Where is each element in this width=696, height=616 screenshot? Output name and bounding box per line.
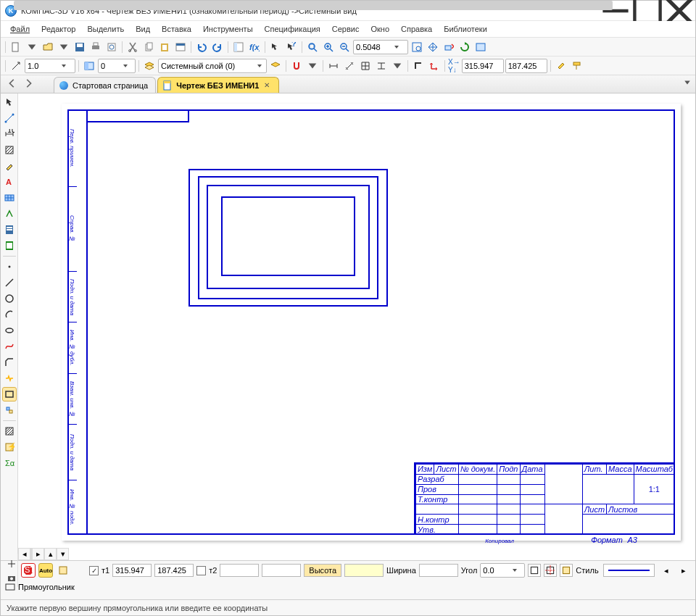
menu-help[interactable]: Справка (396, 23, 437, 35)
scroll-down-button[interactable]: ▾ (57, 548, 69, 560)
angle-input[interactable] (483, 565, 509, 576)
menu-spec[interactable]: Спецификация (260, 23, 326, 35)
tab-close-button[interactable]: ✕ (262, 81, 271, 89)
redo-button[interactable] (210, 40, 225, 54)
width-input[interactable] (419, 564, 458, 577)
chevron-down-icon[interactable] (392, 44, 401, 50)
views-button[interactable] (82, 59, 96, 73)
assembly-tool[interactable] (2, 403, 17, 417)
tab-scroll-right[interactable] (21, 76, 36, 91)
menu-view[interactable]: Вид (130, 23, 155, 35)
text-tool[interactable]: A (2, 175, 17, 189)
menu-tools[interactable]: Инструменты (198, 23, 258, 35)
layer-manager-button[interactable] (268, 59, 283, 73)
menu-insert[interactable]: Вставка (157, 23, 196, 35)
scale-input[interactable] (28, 60, 58, 72)
scale-combo[interactable] (25, 59, 75, 73)
arrow-tool[interactable] (268, 40, 283, 54)
t2-x-input[interactable] (220, 564, 259, 577)
zoom-window-button[interactable] (410, 40, 424, 54)
new-button[interactable] (9, 40, 23, 54)
tab-start-page[interactable]: Стартовая страница (54, 77, 156, 93)
input-mode-button[interactable] (56, 563, 70, 578)
chevron-down-icon[interactable] (255, 63, 264, 69)
coord-x-input[interactable] (465, 60, 501, 72)
circle-tool[interactable] (2, 291, 17, 306)
display-mode-button[interactable] (473, 40, 488, 54)
scroll-left-small[interactable]: ◂ (659, 563, 674, 578)
paste-button[interactable] (157, 40, 172, 54)
coords-dropdown[interactable] (390, 59, 405, 73)
point-tool[interactable] (2, 259, 17, 274)
coord-y-input[interactable] (508, 60, 544, 72)
sketch-geom-tool[interactable] (2, 111, 17, 125)
scroll-left-button[interactable]: ◂ (18, 548, 30, 560)
properties-button[interactable] (173, 40, 188, 54)
roller-button[interactable] (570, 59, 584, 73)
poly-off-button[interactable] (560, 564, 573, 577)
zoom-fit-button[interactable] (305, 40, 320, 54)
coord-y-field[interactable] (505, 59, 547, 73)
zoom-out-button[interactable] (337, 40, 352, 54)
stop-button[interactable]: STOP (21, 563, 36, 578)
spec-tool[interactable] (2, 222, 17, 237)
redraw-button[interactable] (457, 40, 472, 54)
scroll-right-small[interactable]: ▸ (676, 563, 691, 578)
axis-off-button[interactable] (528, 564, 541, 577)
pan-button[interactable] (426, 40, 440, 54)
zoom-input[interactable] (356, 41, 391, 53)
table-tool[interactable] (2, 191, 17, 205)
variables-button[interactable]: f(x) (247, 40, 262, 54)
zoom-combo[interactable] (353, 40, 408, 54)
grid-button[interactable] (358, 59, 373, 73)
open-button[interactable] (41, 40, 55, 54)
break-tool[interactable] (2, 371, 17, 386)
snap-button[interactable] (289, 59, 304, 73)
menu-editor[interactable]: Редактор (36, 23, 80, 35)
menu-service[interactable]: Сервис (327, 23, 365, 35)
t2-check[interactable] (196, 566, 206, 575)
manager-button[interactable] (231, 40, 246, 54)
line-tool[interactable] (2, 275, 17, 290)
copy-button[interactable] (141, 40, 156, 54)
rectangle-tool[interactable] (2, 387, 17, 401)
close-button[interactable] (663, 1, 695, 20)
apply-button[interactable] (4, 555, 19, 570)
coord-x-field[interactable] (462, 59, 504, 73)
snap-dropdown[interactable] (305, 59, 320, 73)
chevron-down-icon[interactable] (59, 63, 68, 69)
dimension-tool[interactable]: 10 (2, 127, 17, 141)
horizontal-scrollbar[interactable]: ◂ ▸ ▴ ▾ (18, 548, 695, 560)
cut-button[interactable] (125, 40, 140, 54)
state-combo[interactable] (98, 59, 136, 73)
t1-y-input[interactable] (154, 564, 194, 577)
macro-tool[interactable]: ⚡ (2, 440, 17, 454)
t1-x-input[interactable] (112, 564, 152, 577)
axis-on-button[interactable] (544, 564, 557, 577)
menu-select[interactable]: Выделить (82, 23, 129, 35)
t1-check[interactable] (89, 566, 99, 575)
scroll-right-button[interactable]: ▸ (32, 548, 44, 560)
dim-button2[interactable] (374, 59, 389, 73)
chevron-down-icon[interactable] (121, 63, 130, 69)
scroll-up-button[interactable]: ▴ (44, 548, 57, 560)
menu-file[interactable]: Файл (5, 23, 35, 35)
maximize-button[interactable] (631, 1, 663, 20)
layer-combo[interactable]: Системный слой (0) (158, 59, 267, 73)
drawing-canvas[interactable]: Перв. примен. Справ. № Подп. и дата Инв.… (18, 93, 695, 548)
help-context-button[interactable]: ? (284, 40, 299, 54)
paint-button[interactable] (554, 59, 568, 73)
t2-y-input[interactable] (262, 564, 301, 577)
dim-linear-button[interactable] (326, 59, 341, 73)
hatch-fill-tool[interactable] (2, 424, 17, 438)
ellipse-tool[interactable] (2, 323, 17, 338)
rough-tool[interactable] (2, 207, 17, 221)
tab-drawing[interactable]: Чертеж БЕЗ ИМЕНИ1 ✕ (157, 77, 279, 93)
chevron-down-icon[interactable] (510, 567, 519, 573)
menu-libraries[interactable]: Библиотеки (439, 23, 492, 35)
undo-button[interactable] (194, 40, 209, 54)
angle-combo[interactable] (480, 563, 525, 578)
zoom-prev-button[interactable] (442, 40, 456, 54)
save-button[interactable] (72, 40, 87, 54)
print-button[interactable] (88, 40, 103, 54)
